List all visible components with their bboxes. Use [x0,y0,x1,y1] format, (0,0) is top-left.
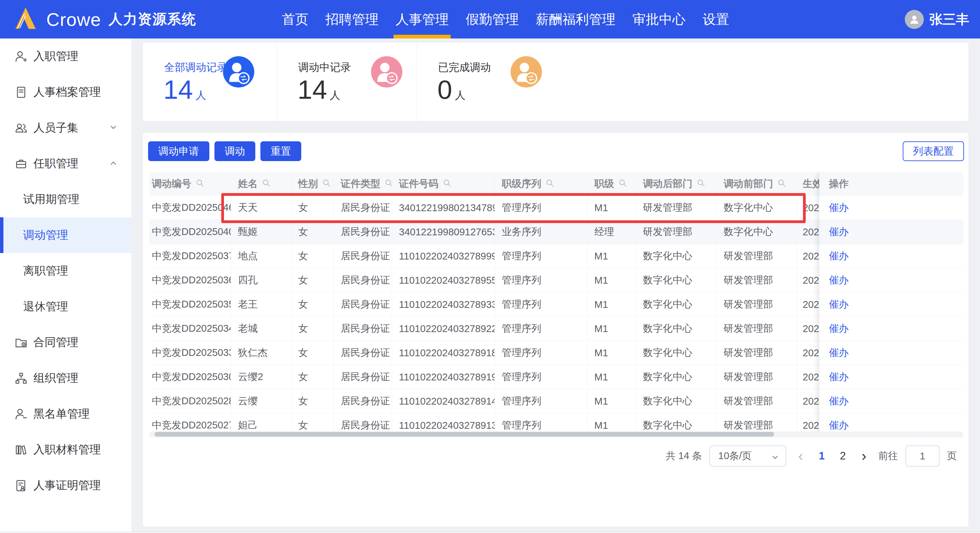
cell-text: 中竞发DD2025028 [152,394,231,408]
table-row[interactable]: 中竞发DD2025034老城女居民身份证110102202403278922管理… [149,317,899,341]
cell: 数字化中心 [717,196,797,220]
sidebar-item-6[interactable]: 组织管理 [0,360,131,396]
cell: 数字化中心 [636,365,717,389]
search-icon[interactable] [196,179,204,190]
sidebar-item-2[interactable]: 人事档案管理 [0,74,131,110]
sidebar-subitem-4-4[interactable]: 退休管理 [0,289,131,325]
cell-text: 数字化中心 [724,225,773,239]
urge-link[interactable]: 催办 [829,298,849,311]
sidebar-item-4[interactable]: 任职管理 [0,146,131,182]
cell-text: M1 [594,372,608,383]
nav-item-5[interactable]: 薪酬福利管理 [536,0,616,38]
cell: 研发管理部 [717,389,797,413]
cell: 居民身份证 [334,365,392,389]
cell-text: 居民身份证 [341,201,390,215]
page-number-2[interactable]: 2 [836,450,850,462]
sidebar-subitem-4-1[interactable]: 试用期管理 [0,182,131,217]
cell-text: 研发管理部 [724,370,773,384]
transfer-table-card: 调动申请调动重置 列表配置 调动编号姓名性别证件类型证件号码职级序列职级调动后部… [143,133,969,527]
cell: 狄仁杰 [231,341,291,365]
search-icon[interactable] [545,179,554,190]
table-row[interactable]: 中竞发DD2025030云缨2女居民身份证110102202403278919管… [149,365,899,389]
search-icon[interactable] [697,179,705,190]
cell-text: 中竞发DD2025034 [152,322,231,335]
urge-link[interactable]: 催办 [829,225,849,239]
page-size-select[interactable]: 10条/页 [710,445,786,467]
cell-text: 老王 [238,298,258,311]
search-icon[interactable] [618,179,627,190]
cell: 管理序列 [495,244,587,268]
certificate-icon [14,478,29,493]
stat-unit: 人 [196,89,206,101]
cell-text: 甄姬 [238,225,258,239]
cell: M1 [587,268,636,292]
sidebar-item-9[interactable]: 人事证明管理 [0,468,131,503]
next-page-button[interactable]: › [857,446,871,466]
table-row[interactable]: 中竞发DD2025040甄姬女居民身份证340122199809127653业务… [149,220,899,244]
table-row[interactable]: 中竞发DD2025033狄仁杰女居民身份证110102202403278918管… [149,341,899,365]
transfer-stats-card: 全部调动记录14人调动中记录14人已完成调动0人 [143,43,969,121]
search-icon[interactable] [322,179,331,190]
cell: 女 [291,292,334,317]
cell-text: M1 [594,420,608,431]
sidebar-subitem-4-2[interactable]: 调动管理 [0,217,131,253]
nav-item-7[interactable]: 设置 [703,0,729,38]
urge-link[interactable]: 催办 [829,322,849,335]
transfer-apply-button[interactable]: 调动申请 [148,141,209,161]
nav-item-1[interactable]: 首页 [282,0,309,38]
urge-link[interactable]: 催办 [829,418,849,432]
sidebar-item-3[interactable]: 人员子集 [0,110,131,146]
stat-value: 14人 [163,75,206,105]
sidebar-item-7[interactable]: 黑名单管理 [0,396,131,432]
horizontal-scrollbar[interactable] [149,431,963,437]
cell: 研发管理部 [717,365,797,389]
cell-text: 居民身份证 [341,346,390,360]
cell: 老城 [231,317,291,341]
table-row[interactable]: 中竞发DD2025037地点女居民身份证110102202403278999管理… [149,244,899,268]
cell: 管理序列 [495,292,587,317]
search-icon[interactable] [442,179,451,190]
search-icon[interactable] [262,179,270,190]
scrollbar-thumb[interactable] [154,432,774,437]
page-number-1[interactable]: 1 [815,450,829,462]
sidebar-item-label: 人事档案管理 [33,85,101,100]
nav-item-3[interactable]: 人事管理 [396,0,449,38]
cell: 340122199809127653 [392,220,495,244]
cell-text: M1 [594,347,608,359]
sidebar-item-1[interactable]: 入职管理 [0,38,131,74]
urge-link[interactable]: 催办 [829,346,849,360]
stat-2: 调动中记录14人 [277,43,417,121]
cell-text: 天天 [238,201,258,215]
urge-link[interactable]: 催办 [829,370,849,384]
table-row[interactable]: 中竞发DD2025028云缨女居民身份证110102202403278914管理… [149,389,899,413]
table-row[interactable]: 中竞发DD2025046天天女居民身份证340122199802134789管理… [149,196,899,220]
table-row[interactable]: 中竞发DD2025035老王女居民身份证110102202403278933管理… [149,292,899,317]
reset-button[interactable]: 重置 [260,141,301,161]
list-config-button[interactable]: 列表配置 [903,141,964,161]
nav-item-6[interactable]: 审批中心 [632,0,686,38]
urge-link[interactable]: 催办 [829,273,849,287]
prev-page-button[interactable]: ‹ [794,446,807,466]
sidebar-subitem-4-3[interactable]: 离职管理 [0,253,131,289]
urge-link[interactable]: 催办 [829,249,849,263]
cell-text: 管理序列 [502,273,541,287]
cell-text: 数字化中心 [643,418,692,432]
sidebar-item-label: 人事证明管理 [33,478,101,493]
cell: M1 [587,292,636,317]
sidebar-item-8[interactable]: 入职材料管理 [0,432,131,468]
column-header-3: 性别 [291,172,334,196]
urge-link[interactable]: 催办 [829,201,849,215]
cell-text: 数字化中心 [643,273,692,287]
urge-link[interactable]: 催办 [829,394,849,408]
goto-page-input[interactable] [905,445,940,467]
sidebar-item-5[interactable]: 合同管理 [0,325,131,360]
cell: 研发管理部 [717,268,797,292]
table-row[interactable]: 中竞发DD2025036四孔女居民身份证110102202403278955管理… [149,268,899,292]
user-menu[interactable]: 张三丰 [905,0,969,38]
transfer-button[interactable]: 调动 [215,141,255,161]
search-icon[interactable] [777,179,786,190]
stat-value: 14人 [298,75,340,105]
nav-item-2[interactable]: 招聘管理 [325,0,379,38]
search-icon[interactable] [384,179,392,190]
nav-item-4[interactable]: 假勤管理 [466,0,519,38]
